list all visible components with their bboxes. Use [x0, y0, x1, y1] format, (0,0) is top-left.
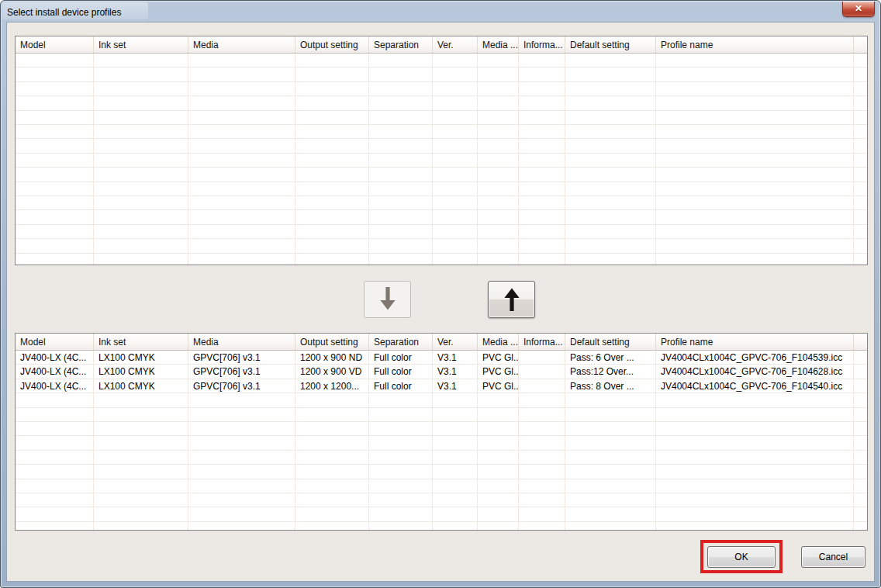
cell: 1200 x 900 ND — [295, 351, 369, 365]
cell: JV400-LX (4C... — [16, 351, 94, 365]
cell: 1200 x 900 VD — [295, 365, 369, 379]
close-button[interactable]: ✕ — [842, 2, 875, 17]
column-header-output-setting[interactable]: Output setting — [295, 36, 369, 53]
cell: Full color — [369, 365, 433, 379]
column-header-ver[interactable]: Ver. — [433, 334, 478, 350]
cell: JV4004CLx1004C_GPVC-706_F104539.icc — [656, 351, 854, 365]
profile-row[interactable]: JV400-LX (4C...LX100 CMYKGPVC[706] v3.11… — [16, 379, 867, 393]
up-arrow-icon — [500, 285, 523, 313]
profile-row[interactable]: JV400-LX (4C...LX100 CMYKGPVC[706] v3.11… — [16, 351, 867, 365]
cell: JV400-LX (4C... — [16, 365, 94, 379]
cell: Full color — [369, 379, 433, 393]
column-header-output-setting[interactable]: Output setting — [295, 334, 369, 350]
dialog-window: Select install device profiles ✕ ModelIn… — [0, 0, 881, 588]
column-header-media[interactable]: Media ... — [478, 334, 519, 350]
cell: PVC Gl... — [478, 365, 519, 379]
cell — [519, 351, 565, 365]
column-header-informa[interactable]: Informa... — [519, 334, 565, 350]
cell: GPVC[706] v3.1 — [188, 365, 295, 379]
column-header-profile-name[interactable]: Profile name — [656, 36, 854, 53]
cell — [519, 365, 565, 379]
column-header-media[interactable]: Media — [188, 36, 295, 53]
column-header-informa[interactable]: Informa... — [519, 36, 565, 53]
column-header-media[interactable]: Media ... — [478, 36, 519, 53]
column-header-media[interactable]: Media — [188, 334, 295, 350]
column-header-profile-name[interactable]: Profile name — [656, 334, 854, 350]
cell: LX100 CMYK — [94, 351, 188, 365]
table-header-row: ModelInk setMediaOutput settingSeparatio… — [16, 334, 867, 351]
cell: Full color — [369, 351, 433, 365]
ok-button[interactable]: OK — [707, 546, 776, 568]
cell: 1200 x 1200... — [295, 379, 369, 393]
available-profiles-table[interactable]: ModelInk setMediaOutput settingSeparatio… — [15, 36, 868, 265]
cell: Pass: 6 Over ... — [565, 351, 656, 365]
cell: V3.1 — [433, 351, 478, 365]
column-header-model[interactable]: Model — [16, 334, 94, 350]
dialog-content: ModelInk setMediaOutput settingSeparatio… — [6, 22, 875, 582]
table-header-row: ModelInk setMediaOutput settingSeparatio… — [16, 36, 867, 54]
cell: V3.1 — [433, 365, 478, 379]
column-header-default-setting[interactable]: Default setting — [565, 36, 656, 53]
move-down-button[interactable] — [364, 281, 411, 318]
column-header-ink-set[interactable]: Ink set — [94, 36, 188, 53]
table-rows — [16, 54, 867, 265]
column-header-ink-set[interactable]: Ink set — [94, 334, 188, 350]
table-rows: JV400-LX (4C...LX100 CMYKGPVC[706] v3.11… — [16, 351, 867, 530]
column-header-model[interactable]: Model — [16, 36, 94, 53]
close-icon: ✕ — [855, 3, 862, 14]
column-header-default-setting[interactable]: Default setting — [565, 334, 656, 350]
cell — [519, 379, 565, 393]
column-header-ver[interactable]: Ver. — [433, 36, 478, 53]
cell: JV4004CLx1004C_GPVC-706_F104628.icc — [656, 365, 854, 379]
selected-profiles-table[interactable]: ModelInk setMediaOutput settingSeparatio… — [15, 333, 868, 531]
cell: Pass: 8 Over ... — [565, 379, 656, 393]
cell: JV4004CLx1004C_GPVC-706_F104540.icc — [656, 379, 854, 393]
table-body[interactable] — [16, 54, 867, 265]
cancel-button[interactable]: Cancel — [801, 546, 865, 568]
cell: PVC Gl... — [478, 351, 519, 365]
titlebar[interactable]: Select install device profiles ✕ — [1, 1, 880, 22]
cell: PVC Gl... — [478, 379, 519, 393]
column-header-separation[interactable]: Separation — [369, 334, 433, 350]
table-body[interactable]: JV400-LX (4C...LX100 CMYKGPVC[706] v3.11… — [16, 351, 867, 530]
cell: LX100 CMYK — [94, 379, 188, 393]
cell: JV400-LX (4C... — [16, 379, 94, 393]
column-header-separation[interactable]: Separation — [369, 36, 433, 53]
cell: V3.1 — [433, 379, 478, 393]
profile-row[interactable]: JV400-LX (4C...LX100 CMYKGPVC[706] v3.11… — [16, 365, 867, 379]
cell: GPVC[706] v3.1 — [188, 379, 295, 393]
cell: Pass:12 Over... — [565, 365, 656, 379]
move-up-button[interactable] — [488, 281, 535, 318]
window-title: Select install device profiles — [7, 7, 121, 18]
cell: GPVC[706] v3.1 — [188, 351, 295, 365]
down-arrow-icon — [376, 285, 399, 313]
cell: LX100 CMYK — [94, 365, 188, 379]
